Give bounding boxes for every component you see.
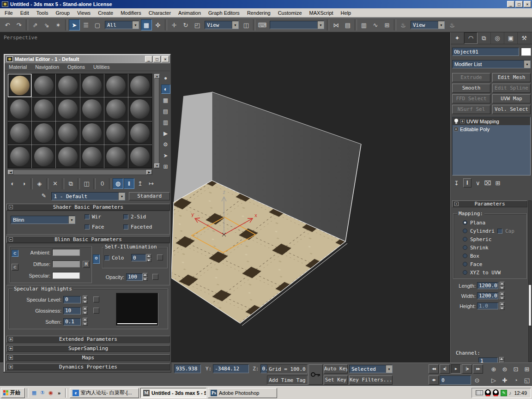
select-and-move-icon[interactable]: ✛	[169, 19, 180, 30]
field-of-view-icon[interactable]: ▷	[489, 375, 499, 385]
menu-group[interactable]: Group	[52, 10, 73, 16]
material-type-button[interactable]: Standard	[129, 192, 170, 200]
sample-slot-23[interactable]	[104, 145, 128, 168]
mapping-radio-xyz-to-uvw[interactable]: XYZ to UVW	[453, 268, 526, 277]
sample-slot-4[interactable]	[80, 74, 104, 97]
zoom-icon[interactable]: ⊕	[489, 364, 499, 374]
material-editor-menu-options[interactable]: Options	[63, 64, 89, 70]
play-button[interactable]: ▶	[451, 364, 461, 374]
min-max-toggle-icon[interactable]: ◱	[522, 375, 532, 385]
cap-checkbox[interactable]	[497, 229, 502, 234]
sample-slot-9[interactable]	[56, 97, 79, 121]
selection-set-dropdown[interactable]: Selected ▼	[349, 365, 393, 373]
object-name-field[interactable]: Object01	[452, 48, 519, 56]
length-field[interactable]: 1200.0	[477, 282, 498, 289]
self-illumination-spinner[interactable]	[146, 254, 151, 262]
sample-slot-7[interactable]	[8, 97, 31, 121]
use-pivot-center-icon[interactable]: ◫	[241, 19, 252, 30]
align-icon[interactable]: ▤	[342, 19, 353, 30]
assign-material-to-selection-icon[interactable]: ◈	[34, 178, 45, 189]
diffuse-specular-lock-button[interactable]: ⊂	[12, 264, 18, 271]
menu-views[interactable]: Views	[73, 10, 94, 16]
modifier-button-edit-spline[interactable]: Edit Spline	[492, 84, 531, 93]
sample-slot-20[interactable]	[32, 145, 55, 168]
sample-slot-14[interactable]	[32, 121, 55, 145]
glossiness-map-button[interactable]	[93, 308, 99, 314]
select-by-name-icon[interactable]: ☰	[80, 19, 91, 30]
get-material-icon[interactable]: ◐	[7, 178, 18, 189]
specular-level-map-button[interactable]	[93, 296, 99, 302]
set-key-big-button[interactable]	[308, 364, 323, 385]
key-filters-button[interactable]: Key Filters...	[349, 375, 393, 385]
render-scene-icon[interactable]: ♨	[398, 19, 409, 30]
sample-slot-13[interactable]	[8, 121, 31, 145]
tab-create[interactable]: ✦	[451, 32, 464, 44]
self-illumination-map-button[interactable]	[157, 254, 163, 260]
menu-rendering[interactable]: Rendering	[243, 10, 274, 16]
specular-level-field[interactable]: 0	[63, 296, 81, 303]
specular-level-spinner[interactable]	[83, 296, 88, 303]
zoom-extents-all-icon[interactable]: ⊞	[522, 364, 532, 374]
width-field[interactable]: 1200.0	[477, 292, 498, 299]
object-color-swatch[interactable]	[521, 48, 531, 56]
set-key-button[interactable]: Set Key	[324, 375, 348, 385]
pin-stack-icon[interactable]: ↧	[454, 180, 459, 187]
soften-field[interactable]: 0.1	[63, 318, 81, 326]
scroll-up-icon[interactable]: ▲	[154, 74, 160, 79]
ambient-diffuse-lock-button[interactable]: ⊂	[12, 250, 18, 257]
sample-slot-10[interactable]	[80, 97, 104, 121]
rollout-supersampling[interactable]: +SuperSampling	[6, 345, 170, 352]
taskbar-task-3[interactable]: PsAdobe Photoshop	[208, 388, 277, 398]
modifier-button-ffd-select[interactable]: FFD Select	[452, 94, 490, 103]
sample-slots-hscrollbar[interactable]: ◀ ▶	[7, 169, 152, 175]
rollout-extended-parameters[interactable]: +Extended Parameters	[6, 336, 170, 343]
put-material-to-scene-icon[interactable]: ◑	[18, 178, 29, 189]
shader-rollout-header[interactable]: - Shader Basic Parameters	[6, 204, 170, 211]
sample-slot-17[interactable]	[104, 121, 128, 145]
dim-spinner[interactable]	[500, 292, 505, 300]
make-unique-stack-icon[interactable]: ∨	[476, 180, 480, 187]
sample-slot-1[interactable]	[8, 74, 31, 97]
glossiness-spinner[interactable]	[83, 307, 88, 314]
modifier-button-extrude[interactable]: Extrude	[452, 73, 490, 82]
two-sided-checkbox[interactable]: 2-Sid	[123, 214, 146, 220]
sample-slot-2[interactable]	[32, 74, 55, 97]
volume-icon[interactable]: ♪	[509, 390, 512, 396]
modifier-button-smooth[interactable]: Smooth	[452, 84, 490, 93]
selection-filter-dropdown[interactable]: All▼	[105, 21, 139, 29]
app-titlebar[interactable]: Untitled - 3ds max 5 - Stand-alone Licen…	[0, 0, 532, 8]
mapping-radio-plana[interactable]: Plana	[453, 218, 526, 227]
select-and-scale-icon[interactable]: ◰	[192, 19, 203, 30]
tab-motion[interactable]: ◎	[491, 32, 504, 44]
put-to-library-icon[interactable]: ◫	[81, 178, 92, 189]
sample-type-icon[interactable]: ●	[161, 73, 170, 83]
material-editor-minimize-button[interactable]: _	[145, 56, 152, 62]
pick-material-eyedropper-icon[interactable]: ✎	[42, 193, 48, 200]
menu-character[interactable]: Character	[145, 10, 175, 16]
rollout-maps[interactable]: +Maps	[6, 354, 170, 361]
scroll-left-icon[interactable]: ◀	[8, 170, 13, 175]
menu-maxscript[interactable]: MAXScript	[306, 10, 337, 16]
material-editor-menu-navigation[interactable]: Navigation	[31, 64, 63, 70]
mapping-radio-face[interactable]: Face	[453, 260, 526, 268]
close-button[interactable]: ✕	[524, 1, 531, 7]
select-and-rotate-icon[interactable]: ↻	[180, 19, 191, 30]
show-end-result-stack-icon[interactable]: I	[463, 178, 472, 187]
channel-field[interactable]: 1	[478, 357, 498, 363]
self-illumination-color-checkbox[interactable]: Colo	[104, 255, 124, 261]
material-effects-channel-icon[interactable]: 0	[97, 178, 108, 189]
sample-slot-11[interactable]	[104, 97, 128, 121]
dim-spinner[interactable]	[500, 302, 505, 310]
sample-slot-18[interactable]	[128, 121, 152, 145]
sample-slot-19[interactable]	[8, 145, 31, 168]
y-coordinate-field[interactable]: -3484.12	[213, 364, 249, 373]
curve-editor-icon[interactable]: ∿	[370, 19, 381, 30]
menu-customize[interactable]: Customize	[274, 10, 306, 16]
video-color-check-icon[interactable]: ▥	[161, 118, 170, 127]
shader-type-dropdown[interactable]: Blinn ▼	[11, 216, 75, 224]
blinn-rollout-header[interactable]: - Blinn Basic Parameters	[6, 236, 170, 243]
material-editor-titlebar[interactable]: Material Editor - 1 - Default _ □ ✕	[5, 55, 170, 63]
select-by-material-icon[interactable]: ➤	[161, 151, 170, 160]
menu-edit[interactable]: Edit	[17, 10, 33, 16]
menu-help[interactable]: Help	[337, 10, 355, 16]
